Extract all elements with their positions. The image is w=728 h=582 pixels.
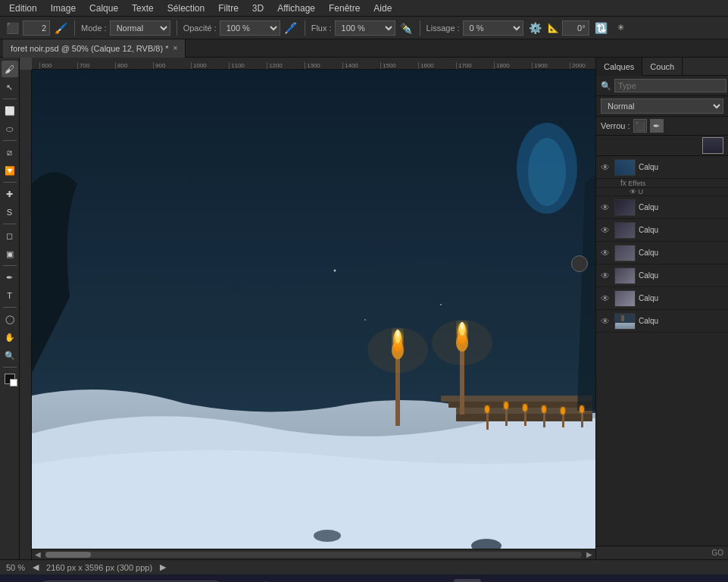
taskbar-word[interactable]: W: [363, 579, 390, 582]
opacity-select[interactable]: 100 %: [220, 20, 280, 36]
brush-size-input[interactable]: [23, 20, 50, 36]
gradient-tool[interactable]: ▣: [2, 246, 18, 262]
foreground-color[interactable]: [2, 371, 18, 387]
menu-affichage[interactable]: Affichage: [271, 2, 321, 15]
layer-item[interactable]: 👁 Calqu: [596, 242, 728, 264]
eyedropper-tool[interactable]: 🔽: [2, 162, 18, 179]
status-next-arrow[interactable]: ▶: [160, 562, 166, 572]
layers-list[interactable]: 👁 Calqu fx Effets 👁 U 👁 Calqu: [596, 156, 728, 546]
ruler-marks: 600 700 800 900 1000 1100 1200 1300 1400…: [32, 58, 595, 69]
hand-tool[interactable]: ✋: [2, 329, 18, 346]
mode-select[interactable]: Normal: [110, 20, 170, 36]
search-icon: 🔍: [601, 81, 611, 91]
clone-tool[interactable]: S: [2, 204, 18, 221]
brush-shape-icon[interactable]: 🖌️: [53, 20, 68, 36]
brush-tool[interactable]: 🖌: [2, 61, 18, 77]
tools-panel: 🖌 ↖ ⬜ ⬭ ⧄ 🔽 ✚ S ◻ ▣ ✒ T ◯ ✋ 🔍: [0, 58, 20, 559]
tab-couche[interactable]: Couch: [642, 58, 683, 76]
lock-position-icon[interactable]: ✒: [650, 119, 664, 133]
angle-input[interactable]: [562, 20, 589, 36]
healing-tool[interactable]: ✚: [2, 186, 18, 202]
layer-item[interactable]: 👁 Calqu: [596, 156, 728, 179]
layer-item[interactable]: 👁 Calqu: [596, 219, 728, 242]
flux-select[interactable]: 100 %: [335, 20, 395, 36]
layer-item[interactable]: 👁 Calqu: [596, 287, 728, 310]
tab-calques[interactable]: Calques: [596, 58, 642, 76]
move-tool[interactable]: ↖: [2, 79, 18, 95]
taskbar-chrome[interactable]: 🌐: [423, 579, 451, 582]
windows-start-button[interactable]: ⊞: [6, 579, 33, 582]
canvas-area[interactable]: 600 700 800 900 1000 1100 1200 1300 1400…: [20, 58, 595, 559]
crop-tool[interactable]: ⧄: [2, 144, 18, 161]
settings-icon[interactable]: ⚙️: [528, 20, 543, 36]
taskbar-ai-label[interactable]: Ai: [695, 579, 722, 582]
svg-rect-25: [543, 411, 545, 427]
mode-label: Mode :: [81, 23, 107, 33]
lasso-tool[interactable]: ⬭: [2, 120, 18, 137]
menu-image[interactable]: Image: [45, 2, 82, 15]
layer-item[interactable]: 👁 Calqu: [596, 264, 728, 287]
brush-size-icon[interactable]: ⬛: [5, 20, 20, 36]
lock-pixels-icon[interactable]: ⬛: [633, 119, 647, 133]
layer-visibility-toggle[interactable]: 👁: [599, 271, 611, 281]
scroll-thumb[interactable]: [45, 552, 91, 558]
taskbar-files[interactable]: 📁: [302, 579, 330, 582]
active-layer-thumbnail: [702, 137, 723, 154]
symmetry-icon[interactable]: 🔃: [594, 20, 609, 36]
ruler-left: [20, 70, 32, 559]
layer-item[interactable]: 👁 Calqu: [596, 196, 728, 219]
layer-name: Calqu: [639, 317, 725, 325]
layer-visibility-toggle[interactable]: 👁: [599, 293, 611, 304]
scroll-left-arrow[interactable]: ◀: [32, 550, 44, 559]
zoom-tool[interactable]: 🔍: [2, 347, 18, 364]
layer-blend-select[interactable]: Normal: [601, 99, 723, 114]
menu-3d[interactable]: 3D: [246, 2, 270, 15]
taskbar-media[interactable]: 🎵: [333, 579, 360, 582]
layers-search-input[interactable]: [614, 79, 726, 92]
layer-item[interactable]: 👁 Calqu: [596, 310, 728, 333]
menu-texte[interactable]: Texte: [126, 2, 160, 15]
document-tab-name: foret noir.psd @ 50% (Calque 12, RVB/8) …: [11, 44, 168, 53]
taskbar-photoshop[interactable]: Ps: [454, 579, 481, 582]
svg-rect-27: [562, 412, 564, 427]
layer-visibility-toggle[interactable]: 👁: [599, 248, 611, 258]
task-view-button[interactable]: ⊟: [232, 579, 259, 582]
canvas-viewport[interactable]: [32, 70, 595, 559]
lissage-select[interactable]: 0 %: [463, 20, 523, 36]
menu-edition[interactable]: Edition: [3, 2, 43, 15]
menu-aide[interactable]: Aide: [367, 2, 398, 15]
marquee-tool[interactable]: ⬜: [2, 102, 18, 119]
svg-rect-29: [581, 411, 583, 427]
horizontal-scrollbar[interactable]: ◀ ▶: [32, 549, 595, 559]
layer-name: Calqu: [639, 163, 725, 171]
svg-rect-4: [448, 402, 592, 408]
ruler-mark-900: 900: [153, 62, 191, 69]
layer-visibility-toggle[interactable]: 👁: [599, 316, 611, 327]
shape-tool[interactable]: ◯: [2, 311, 18, 327]
layer-visibility-toggle[interactable]: 👁: [599, 162, 611, 173]
menu-fenetre[interactable]: Fenêtre: [323, 2, 366, 15]
menu-filtre[interactable]: Filtre: [212, 2, 245, 15]
extra-icon[interactable]: ✳: [614, 20, 629, 36]
menu-selection[interactable]: Sélection: [161, 2, 211, 15]
status-prev-arrow[interactable]: ◀: [33, 562, 39, 572]
svg-point-37: [364, 319, 366, 321]
layer-visibility-toggle[interactable]: 👁: [599, 225, 611, 236]
taskbar-viber[interactable]: 📱: [393, 579, 420, 582]
right-panel: Calques Couch 🔍 Normal Verrou : ⬛ ✒: [595, 58, 728, 559]
menu-calque[interactable]: Calque: [83, 2, 124, 15]
layer-visibility-toggle[interactable]: 👁: [599, 202, 611, 213]
tab-close-button[interactable]: ×: [173, 44, 177, 52]
airbrush-icon[interactable]: ✒️: [398, 20, 414, 36]
eraser-tool[interactable]: ◻: [2, 227, 18, 244]
layer-name: Calqu: [639, 294, 725, 302]
scroll-track[interactable]: [45, 552, 582, 558]
taskbar-edge[interactable]: e: [272, 579, 299, 582]
opacity-icon[interactable]: 🖊️: [283, 20, 298, 36]
pen-tool[interactable]: ✒: [2, 269, 18, 286]
document-tab[interactable]: foret noir.psd @ 50% (Calque 12, RVB/8) …: [3, 39, 186, 58]
layers-search-bar: 🔍: [596, 76, 728, 96]
ruler-mark-1800: 1800: [494, 62, 532, 69]
text-tool[interactable]: T: [2, 287, 18, 304]
scroll-right-arrow[interactable]: ▶: [583, 550, 595, 559]
